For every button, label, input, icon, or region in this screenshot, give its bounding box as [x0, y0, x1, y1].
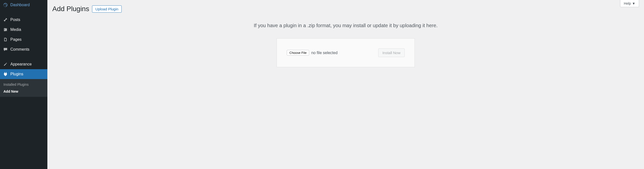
media-icon	[3, 27, 8, 32]
pin-icon	[3, 17, 8, 22]
sidebar-item-label: Media	[10, 28, 21, 32]
submenu-add-new[interactable]: Add New	[0, 88, 47, 95]
file-status: no file selected	[311, 51, 338, 55]
sidebar-item-pages[interactable]: Pages	[0, 35, 47, 45]
sidebar-item-label: Posts	[10, 18, 20, 22]
upload-plugin-button[interactable]: Upload Plugin	[92, 6, 122, 13]
help-button[interactable]: Help ▼	[620, 0, 639, 7]
help-label: Help	[624, 2, 631, 6]
sidebar-item-label: Comments	[10, 47, 29, 52]
file-input-group: Choose File no file selected	[287, 50, 338, 56]
plugins-icon	[3, 72, 8, 77]
upload-box: Choose File no file selected Install Now	[276, 38, 415, 67]
comments-icon	[3, 47, 8, 52]
sidebar-item-posts[interactable]: Posts	[0, 15, 47, 25]
main-content: Help ▼ Add Plugins Upload Plugin If you …	[47, 0, 644, 169]
pages-icon	[3, 37, 8, 42]
choose-file-button[interactable]: Choose File	[287, 50, 309, 56]
sidebar-item-plugins[interactable]: Plugins	[0, 69, 47, 79]
submenu-installed-plugins[interactable]: Installed Plugins	[0, 81, 47, 88]
sidebar-item-label: Plugins	[10, 72, 23, 76]
sidebar-item-appearance[interactable]: Appearance	[0, 59, 47, 69]
sidebar-item-label: Dashboard	[10, 3, 30, 7]
upload-section: If you have a plugin in a .zip format, y…	[52, 23, 639, 67]
admin-sidebar: Dashboard Posts Media Pages Comments App…	[0, 0, 47, 169]
sidebar-item-media[interactable]: Media	[0, 25, 47, 35]
sidebar-item-comments[interactable]: Comments	[0, 45, 47, 54]
sidebar-item-label: Appearance	[10, 62, 32, 66]
dashboard-icon	[3, 3, 8, 8]
sidebar-item-dashboard[interactable]: Dashboard	[0, 0, 47, 10]
chevron-down-icon: ▼	[632, 2, 635, 6]
page-title: Add Plugins	[52, 5, 89, 13]
install-now-button[interactable]: Install Now	[378, 48, 405, 57]
sidebar-item-label: Pages	[10, 37, 22, 42]
plugins-submenu: Installed Plugins Add New	[0, 79, 47, 97]
page-header: Add Plugins Upload Plugin	[52, 5, 639, 13]
upload-description: If you have a plugin in a .zip format, y…	[52, 23, 639, 28]
appearance-icon	[3, 62, 8, 67]
